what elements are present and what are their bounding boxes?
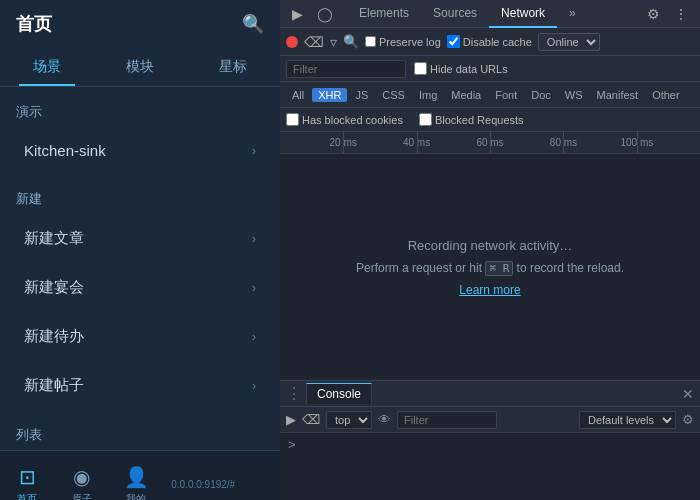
menu-item-new-article[interactable]: 新建文章 › xyxy=(8,215,272,262)
console-filter-input[interactable] xyxy=(397,411,497,429)
close-icon[interactable]: ✕ xyxy=(682,386,694,402)
tab-elements[interactable]: Elements xyxy=(347,0,421,28)
console-toolbar: ▶ ⌫ top 👁 Default levels ⚙ xyxy=(280,407,700,433)
search-icon[interactable]: 🔍 xyxy=(343,34,359,49)
more-icon[interactable]: ⋮ xyxy=(670,4,692,24)
timeline-line-20 xyxy=(343,132,344,153)
bottom-tab-home[interactable]: ⊡ 首页 xyxy=(0,459,54,500)
run-icon[interactable]: ▶ xyxy=(286,412,296,427)
ban-icon[interactable]: ⌫ xyxy=(302,412,320,427)
clear-button[interactable]: ⌫ xyxy=(304,34,324,50)
timeline-header: 20 ms 40 ms 60 ms 80 ms 100 ms xyxy=(280,132,700,154)
default-levels-select[interactable]: Default levels xyxy=(579,411,676,429)
type-btn-ws[interactable]: WS xyxy=(559,88,589,102)
left-header: 首页 🔍 xyxy=(0,0,280,48)
devtools-cursor-icon[interactable]: ▶ xyxy=(288,4,307,24)
filter-icon[interactable]: ▿ xyxy=(330,34,337,50)
bottom-tab-atom-label: 原子 xyxy=(72,492,92,500)
filter-input[interactable] xyxy=(286,60,406,78)
type-btn-css[interactable]: CSS xyxy=(376,88,411,102)
blocked-requests-checkbox[interactable]: Blocked Requests xyxy=(419,113,524,126)
disable-cache-checkbox[interactable]: Disable cache xyxy=(447,35,532,48)
devtools-device-icon[interactable]: ◯ xyxy=(313,4,337,24)
timeline-line-100 xyxy=(637,132,638,153)
left-panel: 首页 🔍 场景 模块 星标 演示 Kitchen-sink › 新建 新建文章 … xyxy=(0,0,280,500)
chevron-right-icon: › xyxy=(252,330,256,344)
bottom-tab-atom[interactable]: ◉ 原子 xyxy=(54,459,108,500)
chevron-right-icon: › xyxy=(252,232,256,246)
filter-bar: Hide data URLs xyxy=(280,56,700,82)
devtools-panel: ▶ ◯ Elements Sources Network » ⚙ ⋮ ⌫ ▿ 🔍 xyxy=(280,0,700,500)
section-list-label: 列表 xyxy=(0,410,280,450)
type-btn-all[interactable]: All xyxy=(286,88,310,102)
chevron-right-icon: › xyxy=(252,281,256,295)
home-icon: ⊡ xyxy=(19,465,36,489)
bottom-tab-mine[interactable]: 👤 我的 xyxy=(109,459,163,500)
devtools-icon-bar: ▶ ◯ Elements Sources Network » ⚙ ⋮ xyxy=(280,0,700,28)
menu-item-new-post[interactable]: 新建帖子 › xyxy=(8,362,272,409)
drag-handle-icon[interactable]: ⋮ xyxy=(286,384,302,403)
context-select[interactable]: top xyxy=(326,411,372,429)
bottom-tab-bar: ⊡ 首页 ◉ 原子 👤 我的 0.0.0.0:9192/# xyxy=(0,450,280,500)
tab-sources[interactable]: Sources xyxy=(421,0,489,28)
address-bar: 0.0.0.0:9192/# xyxy=(163,477,280,494)
record-button[interactable] xyxy=(286,36,298,48)
learn-more-link[interactable]: Learn more xyxy=(459,283,520,297)
atom-icon: ◉ xyxy=(73,465,90,489)
preserve-log-checkbox[interactable]: Preserve log xyxy=(365,36,441,48)
type-btn-js[interactable]: JS xyxy=(349,88,374,102)
timeline-line-80 xyxy=(563,132,564,153)
recording-text: Recording network activity… xyxy=(408,238,573,253)
network-toolbar: ⌫ ▿ 🔍 Preserve log Disable cache Online xyxy=(280,28,700,56)
online-select[interactable]: Online xyxy=(538,33,600,51)
type-btn-manifest[interactable]: Manifest xyxy=(591,88,645,102)
tab-scene[interactable]: 场景 xyxy=(0,48,93,86)
section-new-label: 新建 xyxy=(0,174,280,214)
console-gear-icon[interactable]: ⚙ xyxy=(682,412,694,427)
gear-icon[interactable]: ⚙ xyxy=(643,4,664,24)
search-icon[interactable]: 🔍 xyxy=(242,13,264,35)
perform-text: Perform a request or hit ⌘ R to record t… xyxy=(356,261,624,275)
type-btn-font[interactable]: Font xyxy=(489,88,523,102)
menu-item-kitchen-sink[interactable]: Kitchen-sink › xyxy=(8,128,272,173)
console-tab-bar: ⋮ Console ✕ xyxy=(280,381,700,407)
tab-network[interactable]: Network xyxy=(489,0,557,28)
menu-item-new-banquet[interactable]: 新建宴会 › xyxy=(8,264,272,311)
devtools-tab-bar: Elements Sources Network » xyxy=(347,0,637,28)
console-panel: ⋮ Console ✕ ▶ ⌫ top 👁 Default levels ⚙ > xyxy=(280,380,700,500)
type-btn-xhr[interactable]: XHR xyxy=(312,88,347,102)
console-prompt: > xyxy=(288,437,296,452)
type-btn-media[interactable]: Media xyxy=(445,88,487,102)
tab-module[interactable]: 模块 xyxy=(93,48,186,86)
type-btn-img[interactable]: Img xyxy=(413,88,443,102)
network-main-area: Recording network activity… Perform a re… xyxy=(280,154,700,380)
console-body: > xyxy=(280,433,700,500)
has-blocked-cookies-checkbox[interactable]: Has blocked cookies xyxy=(286,113,403,126)
chevron-right-icon: › xyxy=(252,379,256,393)
type-btn-other[interactable]: Other xyxy=(646,88,686,102)
console-tab[interactable]: Console xyxy=(306,383,372,404)
bottom-tab-home-label: 首页 xyxy=(17,492,37,500)
user-icon: 👤 xyxy=(124,465,149,489)
chevron-right-icon: › xyxy=(252,144,256,158)
bottom-tab-mine-label: 我的 xyxy=(126,492,146,500)
timeline-scale: 20 ms 40 ms 60 ms 80 ms 100 ms xyxy=(286,132,694,153)
menu-item-new-todo[interactable]: 新建待办 › xyxy=(8,313,272,360)
keyboard-shortcut: ⌘ R xyxy=(485,261,513,276)
tab-more[interactable]: » xyxy=(557,0,588,28)
blocked-bar: Has blocked cookies Blocked Requests xyxy=(280,108,700,132)
type-filter-bar: All XHR JS CSS Img Media Font Doc WS Man… xyxy=(280,82,700,108)
page-title: 首页 xyxy=(16,12,52,36)
tab-star[interactable]: 星标 xyxy=(187,48,280,86)
section-demo-label: 演示 xyxy=(0,87,280,127)
hide-data-urls-checkbox[interactable]: Hide data URLs xyxy=(414,62,508,75)
timeline-line-40 xyxy=(417,132,418,153)
left-tab-bar: 场景 模块 星标 xyxy=(0,48,280,87)
timeline-line-60 xyxy=(490,132,491,153)
type-btn-doc[interactable]: Doc xyxy=(525,88,557,102)
eye-icon[interactable]: 👁 xyxy=(378,412,391,427)
